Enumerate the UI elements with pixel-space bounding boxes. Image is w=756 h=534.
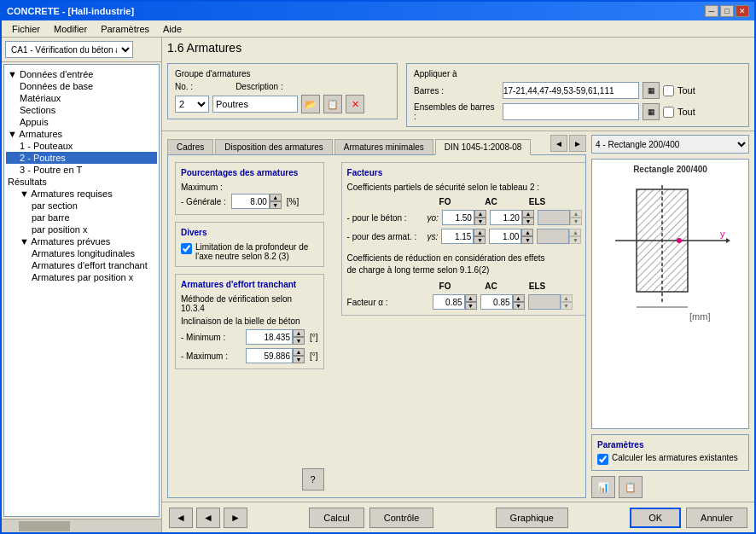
annuler-btn[interactable]: Annuler [686, 508, 747, 528]
barres-icon-btn[interactable]: ▦ [643, 82, 660, 99]
tree-poutres[interactable]: 2 - Poutres [6, 152, 157, 164]
tab-next-btn[interactable]: ► [569, 135, 586, 152]
minimize-btn[interactable]: ─ [705, 5, 718, 17]
armat-ac-up[interactable]: ▲ [521, 229, 533, 236]
tree-materiaux[interactable]: Matériaux [6, 92, 157, 104]
tree-appuis[interactable]: Appuis [6, 116, 157, 128]
tab-cadres[interactable]: Cadres [167, 139, 213, 154]
tree-par-pos-x[interactable]: par position x [6, 223, 157, 235]
beton-els-input [538, 210, 570, 225]
max-row: - Maximum : ▲ ▼ [°] [181, 348, 318, 363]
tab-prev-btn[interactable]: ◄ [550, 135, 567, 152]
beton-fo-input[interactable] [442, 210, 474, 225]
armat-ac-input[interactable] [489, 229, 521, 244]
sidebar-btn2[interactable]: 📋 [619, 476, 643, 498]
tab-minimales[interactable]: Armatures minimales [334, 139, 433, 154]
tree-arm-long[interactable]: Armatures longitudinales [6, 247, 157, 259]
beton-ac-input[interactable] [490, 210, 522, 225]
tree-poutre-t[interactable]: 3 - Poutre en T [6, 164, 157, 176]
tree-arm-requises[interactable]: ▼ Armatures requises [6, 188, 157, 200]
menu-bar: Fichier Modifier Paramètres Aide [2, 20, 754, 38]
tabs-container: Cadres Disposition des armatures Armatur… [167, 135, 586, 498]
menu-fichier[interactable]: Fichier [5, 23, 47, 35]
max-input[interactable] [246, 348, 293, 363]
armat-ac-down[interactable]: ▼ [521, 236, 533, 244]
back-btn[interactable]: ◄ [169, 508, 193, 528]
desc-input[interactable] [212, 96, 298, 113]
menu-parametres[interactable]: Paramètres [94, 23, 156, 35]
no-select[interactable]: 2 [175, 96, 209, 113]
facteur-fo-input[interactable] [433, 294, 465, 310]
beton-label: - pour le béton : [347, 213, 424, 223]
delete-btn[interactable]: ✕ [346, 95, 364, 113]
menu-modifier[interactable]: Modifier [47, 23, 94, 35]
calcul-btn[interactable]: Calcul [309, 508, 364, 528]
facteur-ac-up[interactable]: ▲ [513, 294, 525, 302]
params-title: Paramètres [597, 440, 743, 450]
limite-checkbox[interactable] [181, 243, 192, 254]
shape-preview: Rectangle 200/400 [591, 159, 749, 429]
h-scrollbar[interactable] [2, 519, 161, 532]
open-btn[interactable]: 📂 [301, 95, 320, 113]
tree-resultats[interactable]: Résultats [6, 176, 157, 188]
generale-input[interactable] [231, 194, 270, 209]
max-up[interactable]: ▲ [293, 348, 305, 356]
ok-btn[interactable]: OK [630, 508, 681, 528]
section-title: 1.6 Armatures [167, 41, 749, 58]
copy-btn[interactable]: 📋 [323, 95, 342, 113]
tree-sections[interactable]: Sections [6, 104, 157, 116]
ca-dropdown[interactable]: CA1 - Vérification du béton armé [5, 41, 133, 58]
armat-fo-up[interactable]: ▲ [474, 229, 486, 236]
barres-input[interactable] [503, 82, 639, 99]
max-spin: ▲ ▼ [246, 348, 305, 363]
armat-fo-input[interactable] [441, 229, 474, 244]
tout2-check[interactable] [663, 107, 674, 118]
beton-ac-down[interactable]: ▼ [522, 218, 534, 225]
facteur-ac-input[interactable] [480, 294, 513, 310]
tree-donnees-base[interactable]: Données de base [6, 80, 157, 92]
min-down[interactable]: ▼ [293, 337, 305, 345]
tout1-check[interactable] [663, 85, 674, 96]
maximize-btn[interactable]: □ [720, 5, 734, 17]
facteur-els-input [528, 294, 561, 310]
next-btn[interactable]: ► [224, 508, 247, 528]
min-up[interactable]: ▲ [293, 329, 305, 337]
tree-par-barre[interactable]: par barre [6, 212, 157, 223]
armat-fo-down[interactable]: ▼ [474, 236, 486, 244]
prev-btn[interactable]: ◄ [196, 508, 220, 528]
shape-dropdown[interactable]: 4 - Rectangle 200/400 [591, 135, 749, 154]
tree-armatures[interactable]: ▼ Armatures [6, 128, 157, 140]
facteur-ac-down[interactable]: ▼ [513, 302, 525, 310]
sidebar-btn1[interactable]: 📊 [591, 476, 615, 498]
generale-up[interactable]: ▲ [270, 194, 282, 201]
max-down[interactable]: ▼ [293, 356, 305, 363]
tab-din[interactable]: DIN 1045-1:2008-08 [435, 139, 532, 155]
ensembles-input[interactable] [503, 103, 639, 120]
facteur-fo-up[interactable]: ▲ [465, 294, 477, 302]
tree-par-section[interactable]: par section [6, 200, 157, 212]
calc-checkbox[interactable] [597, 454, 608, 465]
min-input[interactable] [246, 329, 293, 345]
tree-donnees-entree[interactable]: ▼ Données d'entrée [6, 68, 157, 80]
tree-arm-effort[interactable]: Armatures d'effort tranchant [6, 259, 157, 271]
help-btn[interactable]: ? [302, 468, 324, 490]
graphique-btn[interactable]: Graphique [496, 508, 568, 528]
tree-pouteaux[interactable]: 1 - Pouteaux [6, 140, 157, 152]
pourcentages-title: Pourcentages des armatures [181, 168, 318, 177]
close-btn[interactable]: ✕ [736, 5, 749, 17]
tab-disposition[interactable]: Disposition des armatures [215, 139, 333, 154]
facteur-fo-down[interactable]: ▼ [465, 302, 477, 310]
generale-down[interactable]: ▼ [270, 201, 282, 209]
tree-arm-prevues[interactable]: ▼ Armatures prévues [6, 235, 157, 247]
beton-fo-up[interactable]: ▲ [474, 210, 486, 218]
ensembles-icon-btn[interactable]: ▦ [643, 103, 660, 120]
beton-fo-down[interactable]: ▼ [474, 218, 486, 225]
max-unit: [°] [310, 351, 318, 361]
armat-fo-spin: ▲▼ [441, 229, 486, 244]
generale-row: - Générale : ▲ ▼ [%] [181, 194, 318, 209]
main-window: CONCRETE - [Hall-industrie] ─ □ ✕ Fichie… [0, 0, 756, 534]
menu-aide[interactable]: Aide [156, 23, 189, 35]
controle-btn[interactable]: Contrôle [369, 508, 434, 528]
tree-arm-par-pos[interactable]: Armatures par position x [6, 271, 157, 283]
beton-ac-up[interactable]: ▲ [522, 210, 534, 218]
